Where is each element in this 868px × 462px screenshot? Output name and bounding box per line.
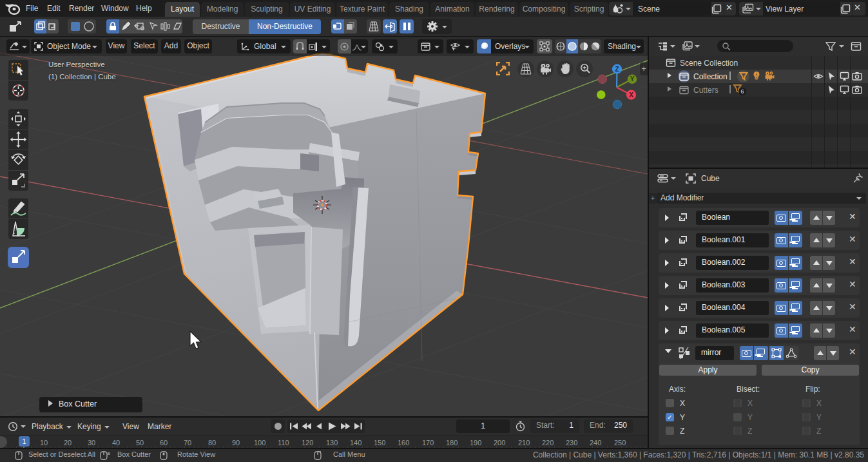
svg-text:X: X <box>629 91 633 99</box>
svg-text:Y: Y <box>630 75 635 82</box>
svg-text:Z: Z <box>615 66 619 73</box>
